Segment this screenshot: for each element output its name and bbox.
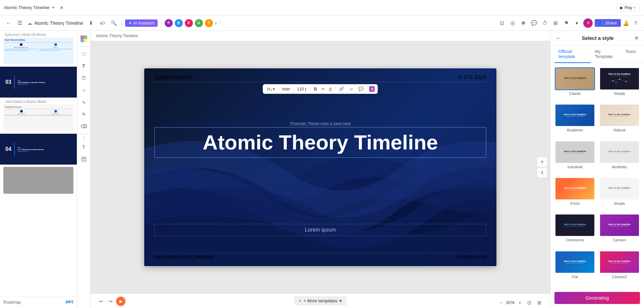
generating-button[interactable]: Generating	[554, 292, 640, 304]
presenter-text[interactable]: Presenter: Please enter a name here	[290, 121, 351, 125]
zoom-in-button[interactable]: +	[517, 299, 523, 306]
avatar-g[interactable]: G	[195, 19, 203, 27]
style-item-cartoon2[interactable]: Here is the headline Cartoon2	[599, 251, 640, 284]
pen-tool[interactable]: ✎	[78, 109, 89, 120]
app-title: Atomic Theory Timeline	[4, 5, 50, 10]
style-item-fresh[interactable]: Here is the headline Fresh	[554, 177, 596, 210]
ai-format-button[interactable]: ✦	[369, 86, 375, 92]
layout-icon[interactable]: ⊞	[551, 19, 560, 27]
style-label-simple: Simple	[614, 201, 625, 205]
chevron-down-icon[interactable]: ▾	[573, 19, 581, 27]
slide-canvas: Subject content © © © 2024 Presenter: Pl…	[144, 68, 496, 266]
svg-line-8	[620, 79, 626, 81]
view-icon-3[interactable]: ❋	[519, 19, 528, 27]
view-toggle-button[interactable]: ⊞	[535, 299, 543, 306]
plus-icon: +	[299, 298, 302, 303]
style-item-natural[interactable]: Here is the headline Natural	[599, 104, 640, 137]
font-selector[interactable]: Inter	[281, 86, 291, 92]
note-tool[interactable]: 🗒	[78, 73, 89, 83]
link-button[interactable]: 🔗	[337, 86, 345, 92]
shape-tool[interactable]: ○	[78, 85, 89, 96]
panel-back-button[interactable]: ←	[556, 35, 561, 41]
play-bottom-button[interactable]: ▶	[116, 297, 125, 306]
timer-icon[interactable]: ⏱	[540, 19, 549, 27]
ai-assistant-button[interactable]: ✦ AI Assistant	[125, 19, 158, 27]
undo-redo-controls: ↩ ↪ ▶	[97, 297, 125, 306]
user-avatar[interactable]: ✦	[583, 18, 593, 28]
canvas-tool-2[interactable]: ℹ	[537, 168, 547, 177]
style-item-classic[interactable]: Here is the headline Classic	[554, 67, 596, 101]
slide-header: Subject content © © © 2024	[154, 74, 486, 80]
redo-button[interactable]: ↪	[107, 298, 115, 305]
style-item-industrial[interactable]: Here is the headline Industrial	[554, 141, 596, 174]
right-panel-header: ← Select a style ✕	[550, 31, 644, 46]
style-item-flat[interactable]: Here is the headline Flat	[554, 251, 596, 284]
style-preview-cartoon: Here is the headline	[599, 214, 640, 237]
slide-thumb-4[interactable]: 04 slide J.J. Thomson's Discoveries	[0, 134, 77, 165]
avatar-b[interactable]: B	[175, 19, 183, 27]
menu-button[interactable]: ☰	[15, 19, 24, 27]
eraser-tool[interactable]: ⌫	[78, 121, 89, 132]
undo-button[interactable]: ↩	[97, 298, 105, 305]
add-template-button[interactable]: + + More templates ▾	[294, 297, 346, 305]
emoji-button[interactable]: ☺	[347, 86, 355, 92]
back-button[interactable]: ←	[4, 19, 13, 27]
view-icon-1[interactable]: ⊡	[497, 19, 506, 27]
text-tool-2[interactable]: T	[78, 142, 89, 152]
avatar-r[interactable]: R	[185, 19, 193, 27]
slide-thumb-3[interactable]: · John Dalton's Atomic Model Translation…	[0, 98, 77, 134]
canvas-workspace[interactable]: H₁ ▾ Inter 110 ▲ ▼ B ≡	[91, 41, 550, 293]
lorem-ipsum-text[interactable]: Lorem ipsum	[154, 224, 486, 236]
zoom-out-button[interactable]: −	[498, 299, 504, 306]
style-item-steady[interactable]: Here is the headline	[599, 67, 640, 101]
style-label-flat: Flat	[572, 275, 578, 279]
tab-my-template[interactable]: My Template	[591, 46, 621, 63]
curve-tool[interactable]: ∿	[78, 97, 89, 108]
style-item-cartoon[interactable]: Here is the headline Cartoon	[599, 214, 640, 247]
main-area: · Epicurus's Views On Atoms Goal / Bench…	[0, 31, 644, 308]
comment-button[interactable]: 💬	[357, 86, 365, 92]
bell-icon[interactable]: 🔔	[623, 20, 629, 26]
share-button[interactable]: 👥 Share	[595, 19, 621, 27]
tab-team[interactable]: Team	[621, 46, 640, 63]
select-tool[interactable]: □	[78, 49, 89, 59]
style-item-simple[interactable]: Here is the headline Simple	[599, 177, 640, 210]
ai-icon: ✦	[128, 21, 132, 25]
ppt-button[interactable]: PPT	[66, 300, 73, 305]
top-bar: Atomic Theory Timeline ▾ ✕ ▶ Play ▾	[0, 0, 644, 15]
tab-official-template[interactable]: Official template	[554, 46, 591, 63]
panel-close-button[interactable]: ✕	[634, 35, 639, 41]
avatar-y[interactable]: Y	[205, 19, 213, 27]
close-icon[interactable]: ✕	[60, 5, 64, 10]
view-icon-4[interactable]: 💬	[530, 19, 538, 27]
canvas-tool-1[interactable]: ✕	[537, 157, 547, 167]
flag-icon[interactable]: ⚑	[562, 19, 571, 27]
avatar-p[interactable]: P	[165, 19, 173, 27]
slide-thumb-1[interactable]: · Epicurus's Views On Atoms Goal / Bench…	[0, 31, 77, 67]
more-avatars[interactable]: ›	[215, 20, 217, 26]
main-title-text[interactable]: Atomic Theory Timeline	[154, 127, 486, 158]
slide-footer-line	[154, 253, 486, 253]
help-icon[interactable]: ?	[631, 19, 640, 27]
heading-selector[interactable]: H₁ ▾	[266, 86, 276, 92]
style-item-academic[interactable]: Here is the headline Academic	[554, 104, 596, 137]
style-item-aesthetic[interactable]: Here is the headline Aesthetic	[599, 141, 640, 174]
text-tool[interactable]: T	[78, 61, 89, 71]
tag-icon[interactable]: 🏷	[98, 19, 107, 27]
color-palette-tool[interactable]	[78, 34, 89, 44]
play-button[interactable]: ▶ Play ▾	[616, 4, 640, 12]
style-item-commerce[interactable]: Here is the headline Commerce	[554, 214, 596, 247]
slide-thumb-5[interactable]: ···	[0, 165, 77, 196]
search-icon[interactable]: 🔍	[109, 19, 118, 27]
slide-thumb-2[interactable]: 03 slide John Dalton's Atomic Theory	[0, 67, 77, 98]
text-color-button[interactable]: A	[328, 86, 333, 92]
bold-button[interactable]: B	[313, 86, 318, 92]
table-tool[interactable]	[78, 154, 89, 165]
title-chevron[interactable]: ▾	[52, 5, 54, 10]
download-icon[interactable]: ⬇	[87, 19, 95, 27]
fit-view-button[interactable]: ⊡	[525, 299, 533, 306]
style-label-cartoon2: Cartoon2	[612, 275, 627, 279]
align-button[interactable]: ≡	[320, 86, 326, 92]
view-icon-2[interactable]: ◎	[508, 19, 517, 27]
font-size-control[interactable]: 110 ▲ ▼	[296, 86, 308, 92]
